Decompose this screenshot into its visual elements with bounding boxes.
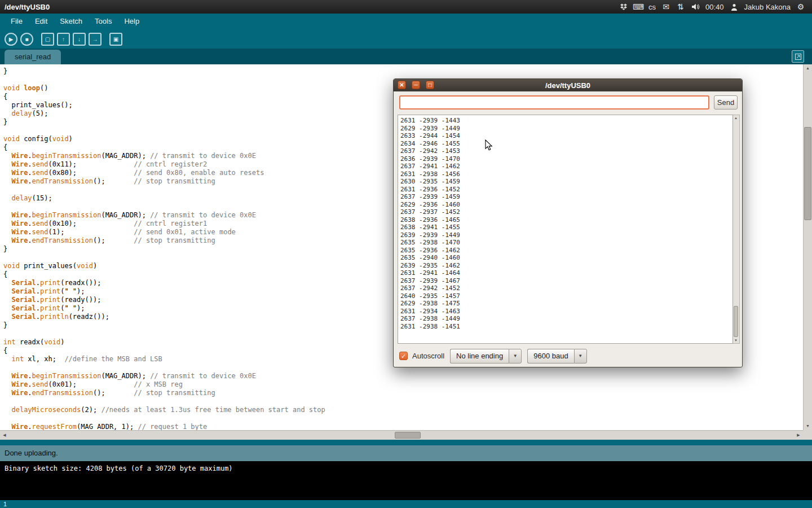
editor-vertical-scrollbar[interactable]: ▲ ▼ — [803, 64, 812, 430]
console-line: Binary sketch size: 4208 bytes (of a 307… — [5, 465, 233, 472]
scroll-down-arrow-icon[interactable]: ▼ — [804, 422, 812, 430]
save-button[interactable]: ↓ — [73, 33, 86, 46]
current-line-number: 1 — [3, 501, 7, 507]
editor-horizontal-scrollbar[interactable]: ◀ ▶ — [0, 430, 803, 440]
code-line: delayMicroseconds(2); //needs at least 1… — [3, 406, 803, 414]
close-icon[interactable]: ✕ — [398, 81, 406, 89]
keyboard-layout-indicator[interactable]: cs — [648, 3, 656, 11]
code-line — [3, 414, 803, 423]
serial-output: 2631 -2939 -14432629 -2939 -14492633 -29… — [398, 115, 733, 344]
menu-edit[interactable]: Edit — [29, 14, 54, 29]
chevron-down-icon[interactable]: ▼ — [574, 349, 587, 364]
serial-line: 2637 -2942 -1452 — [400, 284, 730, 292]
autoscroll-checkbox[interactable]: ✓ — [399, 352, 408, 360]
chevron-down-icon[interactable]: ▼ — [509, 349, 522, 364]
top-panel: /dev/ttyUSB0 ⌨ cs ✉ ⇅ 00:40 Jakub Kakona… — [0, 0, 812, 14]
maximize-icon[interactable]: □ — [426, 81, 434, 89]
desktop: /dev/ttyUSB0 ⌨ cs ✉ ⇅ 00:40 Jakub Kakona… — [0, 0, 812, 508]
editor-hscroll-thumb[interactable] — [395, 432, 421, 439]
serial-line: 2634 -2946 -1455 — [400, 140, 730, 148]
scroll-right-arrow-icon[interactable]: ▶ — [794, 431, 803, 440]
autoscroll-label: Autoscroll — [412, 352, 444, 360]
serial-line: 2639 -2939 -1449 — [400, 231, 730, 239]
toolbar: ▶■▢↑↓→▣ — [0, 29, 812, 49]
upload-button[interactable]: → — [89, 33, 102, 46]
serial-scrollbar[interactable]: ▲ ▼ — [733, 115, 740, 344]
verify-button[interactable]: ▶ — [5, 33, 17, 46]
send-button[interactable]: Send — [714, 95, 738, 110]
window-controls: ✕ ─ □ — [398, 81, 434, 89]
code-line: Wire.send(0x01); // x MSB reg — [3, 380, 803, 389]
minimize-icon[interactable]: ─ — [412, 81, 420, 89]
window-title: /dev/ttyUSB0 — [5, 3, 50, 11]
network-transfer-icon[interactable]: ⇅ — [676, 2, 685, 12]
scroll-up-arrow-icon[interactable]: ▲ — [804, 64, 812, 72]
tab-arrow-icon — [793, 51, 802, 62]
serial-output-wrap: 2631 -2939 -14432629 -2939 -14492633 -29… — [398, 115, 740, 344]
serial-line: 2631 -2934 -1463 — [400, 308, 730, 316]
serial-line: 2638 -2941 -1455 — [400, 224, 730, 231]
indicator-area: ⌨ cs ✉ ⇅ 00:40 Jakub Kakona ⚙ — [619, 2, 812, 12]
status-bar: Done uploading. — [0, 445, 812, 461]
serial-monitor-titlebar[interactable]: ✕ ─ □ /dev/ttyUSB0 — [394, 79, 742, 91]
serial-line: 2637 -2939 -1459 — [400, 193, 730, 201]
serial-scroll-down-icon[interactable]: ▼ — [733, 338, 739, 343]
new-tab-button[interactable] — [792, 50, 804, 63]
serial-line: 2633 -2944 -1454 — [400, 132, 730, 140]
serial-line: 2629 -2938 -1475 — [400, 300, 730, 308]
keyboard-icon[interactable]: ⌨ — [634, 2, 643, 12]
mail-icon[interactable]: ✉ — [661, 2, 670, 12]
serial-scroll-up-icon[interactable]: ▲ — [733, 115, 739, 121]
baud-rate-select[interactable]: 9600 baud ▼ — [527, 349, 586, 364]
tab-label: serial_read — [15, 52, 51, 61]
gear-icon[interactable]: ⚙ — [796, 2, 805, 12]
code-line: Wire.requestFrom(MAG_ADDR, 1); // reques… — [3, 423, 803, 430]
serial-input-row: Send — [399, 95, 738, 110]
mouse-cursor — [485, 139, 493, 154]
tab-serial-read[interactable]: serial_read — [5, 50, 61, 64]
line-number-strip: 1 — [0, 500, 812, 508]
menu-sketch[interactable]: Sketch — [54, 14, 89, 29]
volume-icon[interactable] — [691, 2, 700, 12]
serial-line: 2631 -2939 -1443 — [400, 117, 730, 125]
scroll-left-arrow-icon[interactable]: ◀ — [0, 431, 9, 440]
console-output: Binary sketch size: 4208 bytes (of a 307… — [0, 461, 812, 500]
serial-line: 2631 -2938 -1451 — [400, 323, 730, 331]
dropbox-indicator-icon[interactable] — [619, 2, 628, 12]
serial-monitor-window: ✕ ─ □ /dev/ttyUSB0 Send 2631 -2939 -1443… — [393, 78, 743, 367]
baud-rate-value: 9600 baud — [527, 349, 573, 364]
menu-tools[interactable]: Tools — [89, 14, 118, 29]
serial-line: 2636 -2939 -1470 — [400, 155, 730, 163]
serial-line: 2639 -2935 -1462 — [400, 262, 730, 270]
serial-line: 2631 -2938 -1456 — [400, 170, 730, 178]
menu-bar: FileEditSketchToolsHelp — [0, 14, 812, 29]
menu-file[interactable]: File — [5, 14, 29, 29]
line-ending-value: No line ending — [450, 349, 509, 364]
line-ending-select[interactable]: No line ending ▼ — [450, 349, 522, 364]
editor-vscroll-thumb[interactable] — [804, 127, 811, 220]
serial-line: 2637 -2937 -1452 — [400, 208, 730, 216]
user-icon — [730, 2, 739, 12]
code-line: Wire.endTransmission(); // stop transmit… — [3, 389, 803, 397]
serial-line: 2638 -2936 -1465 — [400, 216, 730, 224]
serial-input[interactable] — [399, 95, 709, 110]
menu-help[interactable]: Help — [118, 14, 145, 29]
serial-line: 2637 -2938 -1449 — [400, 315, 730, 323]
serial-line: 2635 -2940 -1460 — [400, 254, 730, 262]
serial-line: 2637 -2939 -1467 — [400, 277, 730, 285]
open-button[interactable]: ↑ — [57, 33, 70, 46]
serial-line: 2640 -2935 -1457 — [400, 292, 730, 300]
serial-line: 2637 -2942 -1453 — [400, 147, 730, 155]
serial-line: 2635 -2936 -1462 — [400, 247, 730, 255]
stop-button[interactable]: ■ — [20, 33, 33, 46]
username-menu[interactable]: Jakub Kakona — [744, 3, 791, 11]
code-line — [3, 397, 803, 406]
serial-line: 2635 -2938 -1470 — [400, 239, 730, 247]
editor-console-divider — [0, 440, 812, 445]
new-button[interactable]: ▢ — [41, 33, 54, 46]
clock[interactable]: 00:40 — [705, 3, 724, 11]
serial-line: 2629 -2939 -1449 — [400, 125, 730, 133]
serial-monitor-button[interactable]: ▣ — [109, 33, 122, 46]
serial-scroll-thumb[interactable] — [734, 306, 738, 337]
serial-line: 2637 -2941 -1462 — [400, 163, 730, 170]
